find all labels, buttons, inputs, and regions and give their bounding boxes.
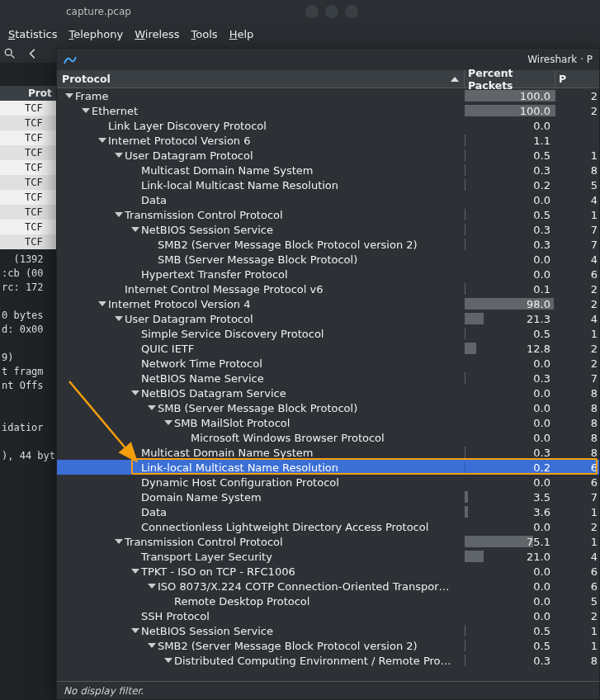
expand-icon[interactable] <box>115 537 123 546</box>
ph-col-p[interactable]: P <box>555 73 599 85</box>
search-icon[interactable] <box>3 47 17 60</box>
percent-value: 0.0 <box>533 357 550 370</box>
tree-row[interactable]: SMB (Server Message Block Protocol)0.04 <box>57 252 599 267</box>
p-value: 2 <box>555 105 599 117</box>
tree-row[interactable]: Simple Service Discovery Protocol0.51 <box>57 326 599 341</box>
expand-icon[interactable] <box>148 582 156 590</box>
tree-row[interactable]: Domain Name System3.57 <box>57 490 599 504</box>
menu-tools[interactable]: Tools <box>191 28 218 40</box>
percent-bar <box>465 328 465 339</box>
tree-row[interactable]: Dynamic Host Configuration Protocol0.06 <box>57 475 599 490</box>
tree-row[interactable]: NetBIOS Session Service0.37 <box>57 222 599 237</box>
ph-column-headers[interactable]: Protocol Percent Packets P <box>57 70 599 88</box>
expand-icon[interactable] <box>131 389 139 397</box>
maximize-icon[interactable] <box>325 5 338 18</box>
percent-value: 0.0 <box>533 565 550 578</box>
percent-value: 0.2 <box>533 179 550 192</box>
p-value: 2 <box>555 610 599 622</box>
p-value: 2 <box>555 357 599 370</box>
tree-row[interactable]: SMB (Server Message Block Protocol)0.08 <box>57 400 599 415</box>
expand-icon[interactable] <box>115 315 123 323</box>
expand-icon[interactable] <box>131 225 139 234</box>
expand-icon[interactable] <box>65 92 73 100</box>
tree-row[interactable]: Frame100.02 <box>57 88 599 103</box>
percent-bar <box>465 209 465 220</box>
close-icon[interactable] <box>345 5 358 18</box>
p-value: 1 <box>555 149 599 162</box>
tree-row[interactable]: Microsoft Windows Browser Protocol0.08 <box>57 430 599 445</box>
percent-value: 0.3 <box>533 164 550 177</box>
percent-value: 0.3 <box>533 447 550 459</box>
tree-row[interactable]: Transmission Control Protocol0.51 <box>57 207 599 222</box>
minimize-icon[interactable] <box>305 5 319 18</box>
expand-icon[interactable] <box>164 656 172 665</box>
tree-row[interactable]: Multicast Domain Name System0.38 <box>57 163 599 177</box>
expand-icon[interactable] <box>82 106 90 115</box>
tree-row[interactable]: Remote Desktop Protocol0.05 <box>57 594 599 608</box>
protocol-hierarchy-window: Wireshark · P Protocol Percent Packets P… <box>56 48 600 700</box>
tree-row[interactable]: Connectionless Lightweight Directory Acc… <box>57 519 599 534</box>
tree-row-label: Distributed Computing Environment / Remo… <box>174 655 451 667</box>
tree-row[interactable]: Data3.61 <box>57 504 599 519</box>
tree-row[interactable]: ISO 8073/X.224 COTP Connection-Oriented … <box>57 579 599 594</box>
ph-col-protocol[interactable]: Protocol <box>57 70 465 88</box>
expand-icon[interactable] <box>148 404 156 412</box>
menu-help[interactable]: Help <box>229 28 254 40</box>
expand-icon[interactable] <box>115 210 123 219</box>
menu-statistics[interactable]: Statistics <box>8 28 57 40</box>
tree-row[interactable]: TPKT - ISO on TCP - RFC10060.06 <box>57 564 599 579</box>
spacer-icon <box>131 181 139 189</box>
expand-icon[interactable] <box>164 419 172 427</box>
window-controls[interactable] <box>305 5 358 18</box>
tree-row[interactable]: Data0.04 <box>57 192 599 207</box>
tree-row[interactable]: NetBIOS Datagram Service0.08 <box>57 385 599 400</box>
tree-row[interactable]: Transmission Control Protocol75.11 <box>57 534 599 549</box>
tree-row[interactable]: Ethernet100.02 <box>57 103 599 118</box>
menu-wireless[interactable]: Wireless <box>135 28 179 40</box>
tree-row[interactable]: SSH Protocol0.02 <box>57 608 599 623</box>
tree-row[interactable]: User Datagram Protocol21.34 <box>57 311 599 326</box>
expand-icon[interactable] <box>148 641 156 650</box>
spacer-icon <box>181 433 189 442</box>
tree-row[interactable]: Link-local Multicast Name Resolution0.25 <box>57 177 599 192</box>
tree-row[interactable]: Transport Layer Security21.04 <box>57 549 599 564</box>
tree-row[interactable]: Internet Control Message Protocol v60.12 <box>57 281 599 296</box>
expand-icon[interactable] <box>98 300 106 308</box>
tree-row[interactable]: NetBIOS Name Service0.37 <box>57 371 599 385</box>
p-value: 8 <box>555 164 599 177</box>
tree-row[interactable]: Multicast Domain Name System0.38 <box>57 445 599 460</box>
tree-row[interactable]: SMB2 (Server Message Block Protocol vers… <box>57 638 599 653</box>
expand-icon[interactable] <box>98 136 106 144</box>
ph-col-percent[interactable]: Percent Packets <box>465 70 555 88</box>
tree-row-label: Internet Control Message Protocol v6 <box>125 283 323 296</box>
percent-value: 100.0 <box>520 90 550 102</box>
tree-row[interactable]: Link-local Multicast Name Resolution0.26 <box>57 460 599 475</box>
p-value: 2 <box>555 298 599 310</box>
tree-row-label: User Datagram Protocol <box>125 149 253 162</box>
spacer-icon <box>131 508 139 516</box>
tree-row[interactable]: Link Layer Discovery Protocol0.0 <box>57 118 599 133</box>
menu-telephony[interactable]: Telephony <box>69 28 123 40</box>
back-icon[interactable] <box>26 47 40 60</box>
expand-icon[interactable] <box>131 627 139 635</box>
expand-icon[interactable] <box>131 567 139 575</box>
tree-row[interactable]: QUIC IETF12.82 <box>57 341 599 356</box>
expand-icon[interactable] <box>115 151 123 159</box>
packet-list-col-protocol[interactable]: Prot <box>28 88 52 99</box>
p-value: 8 <box>555 432 599 444</box>
tree-row[interactable]: Network Time Protocol0.02 <box>57 356 599 371</box>
spacer-icon <box>131 612 139 620</box>
tree-row[interactable]: SMB MailSlot Protocol0.08 <box>57 415 599 430</box>
percent-bar <box>465 640 465 651</box>
tree-row[interactable]: User Datagram Protocol0.51 <box>57 148 599 163</box>
tree-row[interactable]: Internet Protocol Version 61.1 <box>57 133 599 148</box>
tree-row[interactable]: SMB2 (Server Message Block Protocol vers… <box>57 237 599 252</box>
ph-tree[interactable]: Frame100.02Ethernet100.02Link Layer Disc… <box>57 88 599 681</box>
tree-row[interactable]: NetBIOS Session Service0.51 <box>57 623 599 638</box>
tree-row[interactable]: Hypertext Transfer Protocol0.06 <box>57 267 599 281</box>
tree-row[interactable]: Internet Protocol Version 498.02 <box>57 296 599 311</box>
tree-row-label: Data <box>141 194 167 206</box>
tree-row[interactable]: Distributed Computing Environment / Remo… <box>57 653 599 668</box>
tree-row-label: NetBIOS Datagram Service <box>141 387 286 400</box>
main-menubar[interactable]: Statistics Telephony Wireless Tools Help <box>0 23 446 45</box>
